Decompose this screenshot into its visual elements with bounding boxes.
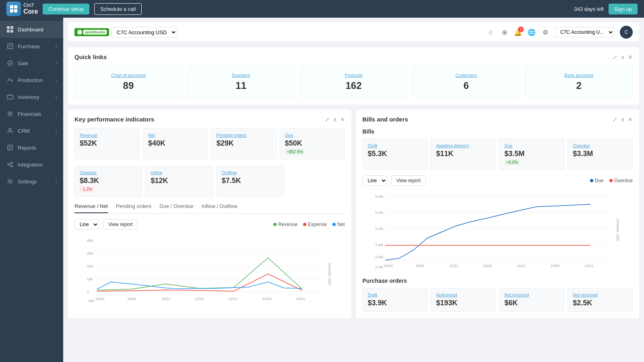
company-select[interactable]: C7C Accounting USD	[111, 27, 177, 38]
signup-button[interactable]: Sign up	[609, 4, 638, 14]
po-draft-value: $3.9K	[368, 299, 423, 307]
schedule-call-button[interactable]: Schedule a call	[94, 3, 142, 15]
tab-revenue-net[interactable]: Revenue / Net	[74, 203, 108, 213]
sidebar-item-settings[interactable]: Settings ›	[0, 173, 63, 190]
kpi-revenue[interactable]: Revenue $52K	[74, 128, 140, 159]
purchase-orders-section: Purchase orders Draft $3.9K Authorised $…	[363, 278, 633, 312]
kpi-inflow[interactable]: Inflow $12K	[145, 166, 213, 197]
po-not-invoiced[interactable]: Not invoiced $6K	[499, 288, 564, 312]
bills-view-report-button[interactable]: View report	[391, 175, 426, 186]
sidebar-item-inventory[interactable]: Inventory ›	[0, 88, 63, 105]
bills-chart-type[interactable]: Line	[363, 175, 387, 186]
quick-link-suppliers[interactable]: Suppliers 11	[187, 66, 295, 98]
po-draft[interactable]: Draft $3.9K	[363, 288, 428, 312]
svg-text:40K: 40K	[87, 239, 93, 243]
kpi-chart-type[interactable]: Line	[74, 219, 99, 230]
add-icon[interactable]: ⊕	[500, 28, 508, 36]
bill-overdue[interactable]: Overdue $3.3M	[568, 139, 633, 170]
bill-due-value: $3.5M	[504, 150, 559, 158]
svg-text:0: 0	[87, 290, 89, 294]
kpi-due[interactable]: Due $50K +$52.5%	[280, 128, 345, 159]
expand-icon[interactable]: ⤢	[613, 54, 617, 60]
kpi-chart: 40K 30K 20K 10K 0 -10K Amount, USD	[74, 234, 345, 306]
tab-pending-orders[interactable]: Pending orders	[116, 203, 151, 213]
sidebar-item-integration[interactable]: Integration	[0, 156, 63, 173]
po-authorised[interactable]: Authorised $193K	[431, 288, 496, 312]
overdue-badge: -1.2%	[80, 186, 94, 192]
globe-icon[interactable]: 🌐	[528, 28, 536, 36]
settings-icon	[6, 178, 14, 185]
tab-due-overdue[interactable]: Due / Overdue	[159, 203, 194, 213]
svg-text:10/11: 10/11	[161, 297, 171, 301]
kpi-overdue[interactable]: Overdue $8.3K -1.2%	[74, 166, 142, 197]
po-not-received-label: Not received	[573, 292, 627, 297]
po-draft-label: Draft	[368, 292, 423, 297]
financials-chevron-icon: ›	[56, 112, 57, 116]
sidebar-reports-label: Reports	[18, 145, 36, 151]
sidebar-item-reports[interactable]: Reports	[0, 139, 63, 156]
pending-orders-value: $29K	[217, 139, 271, 148]
kpi-chart-area: 40K 30K 20K 10K 0 -10K Amount, USD	[74, 234, 345, 308]
kpi-close-icon[interactable]: ✕	[340, 116, 345, 123]
quick-link-products[interactable]: Products 162	[300, 66, 408, 98]
svg-text:10/16: 10/16	[195, 297, 204, 301]
pending-orders-label: Pending orders	[217, 133, 271, 138]
sidebar-item-purchase[interactable]: Purchase ›	[0, 38, 63, 55]
tab-inflow-outflow[interactable]: Inflow / Outflow	[202, 203, 237, 213]
kpi-collapse-icon[interactable]: ∧	[333, 116, 337, 123]
bill-due[interactable]: Due $3.5M +5.6%	[499, 139, 564, 170]
sidebar-item-financials[interactable]: Financials ›	[0, 105, 63, 122]
kpi-controls: ⤢ ∧ ✕	[325, 116, 345, 123]
revenue-label: Revenue	[80, 133, 134, 138]
svg-text:10/26: 10/26	[550, 264, 559, 268]
close-icon[interactable]: ✕	[628, 54, 633, 60]
sidebar-inventory-label: Inventory	[18, 94, 39, 100]
quick-link-bank-accounts[interactable]: Bank accounts 2	[525, 66, 633, 98]
notification-icon[interactable]: 🔔 1	[514, 28, 522, 36]
products-value: 162	[307, 80, 401, 91]
sidebar-production-label: Production	[18, 77, 43, 83]
help-icon[interactable]: ⚙	[541, 28, 549, 36]
topbar-left: Cin7 Core Continue setup Schedule a call	[6, 2, 142, 16]
svg-rect-0	[10, 5, 13, 8]
svg-text:10/01: 10/01	[96, 297, 105, 301]
star-icon[interactable]: ☆	[487, 28, 495, 36]
sidebar-sale-label: Sale	[18, 60, 28, 66]
kpi-expand-icon[interactable]: ⤢	[325, 116, 330, 123]
sidebar-item-dashboard[interactable]: Dashboard	[0, 21, 63, 38]
kpi-outflow[interactable]: Outflow $7.5K	[217, 166, 284, 197]
quick-link-chart-accounts[interactable]: Chart of accounts 89	[74, 66, 182, 98]
due-badge: +$52.5%	[285, 149, 305, 155]
kpi-pending-orders[interactable]: Pending orders $29K	[211, 128, 277, 159]
company-dropdown[interactable]: C7C Accounting U...	[555, 27, 614, 37]
bills-title: Bills and orders	[363, 116, 408, 123]
kpi-net[interactable]: Net $40K	[143, 128, 208, 159]
user-avatar[interactable]: C	[620, 26, 633, 39]
quick-link-customers[interactable]: Customers 6	[412, 66, 520, 98]
bill-draft-value: $5.3K	[368, 150, 423, 158]
kpi-view-report-button[interactable]: View report	[103, 219, 138, 230]
financials-icon	[6, 110, 14, 117]
products-label: Products	[307, 73, 401, 78]
po-not-received[interactable]: Not received $2.5K	[568, 288, 633, 312]
bill-draft[interactable]: Draft $5.3K	[363, 139, 428, 170]
bills-expand-icon[interactable]: ⤢	[613, 116, 617, 123]
continue-setup-button[interactable]: Continue setup	[43, 4, 89, 14]
bills-close-icon[interactable]: ✕	[628, 116, 633, 123]
bills-collapse-icon[interactable]: ∧	[621, 116, 625, 123]
overdue-label: Overdue	[80, 170, 137, 175]
collapse-icon[interactable]: ∧	[621, 54, 625, 60]
notification-badge: 1	[518, 27, 524, 32]
logo-icon	[6, 2, 21, 16]
topbar-right: 343 days left Sign up	[574, 4, 638, 14]
quick-links-controls: ⤢ ∧ ✕	[613, 54, 633, 60]
svg-rect-2	[10, 9, 13, 12]
bill-awaiting[interactable]: Awaiting delivery $11K	[431, 139, 496, 170]
svg-text:10/26: 10/26	[262, 297, 272, 301]
sidebar-item-crm[interactable]: CRM ›	[0, 122, 63, 139]
svg-text:Amount, USD: Amount, USD	[615, 219, 619, 241]
topbar: Cin7 Core Continue setup Schedule a call…	[0, 0, 644, 18]
sidebar-item-production[interactable]: Production ›	[0, 72, 63, 88]
sidebar-item-sale[interactable]: Sale ›	[0, 55, 63, 72]
sale-chevron-icon: ›	[56, 61, 57, 66]
